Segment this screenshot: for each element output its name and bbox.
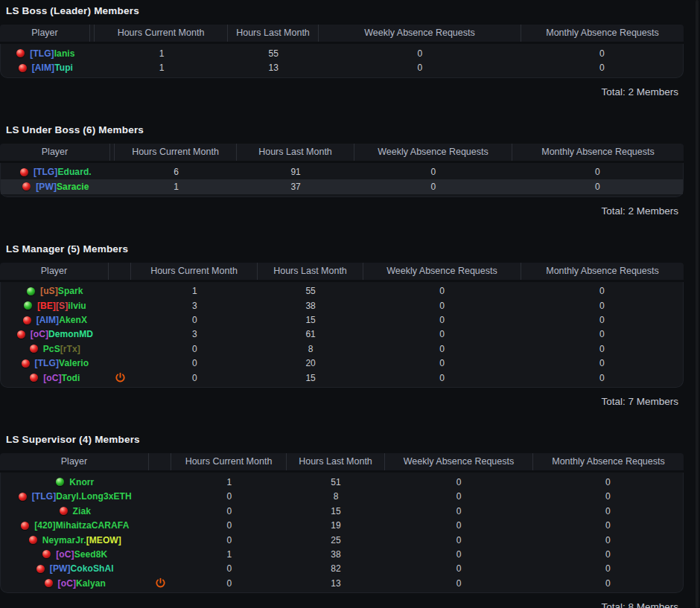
player-name: [TLG]Ianis <box>30 48 74 59</box>
value-cell: 0 <box>532 563 683 574</box>
player-name: [PW]CokoShAl <box>50 563 114 574</box>
column-header-hours-current-month: Hours Current Month <box>171 453 287 470</box>
vertical-scrollbar[interactable] <box>696 0 699 608</box>
value-cell: 25 <box>287 535 385 545</box>
player-name: [AIM]AkenX <box>36 315 87 325</box>
section-title: LS Under Boss (6) Members <box>6 124 700 135</box>
value-cell: 0 <box>532 520 683 531</box>
member-section: LS Under Boss (6) MembersPlayerHours Cur… <box>0 124 700 217</box>
player-cell: [420]MihaitzaCARAFA <box>1 520 150 531</box>
table-row: PcS[rTx]0800 <box>1 342 683 356</box>
player-name-part: DemonMD <box>48 329 93 339</box>
table-row: [420]MihaitzaCARAFA01900 <box>1 518 683 532</box>
value-cell: 0 <box>521 286 683 296</box>
value-cell: 37 <box>237 182 354 192</box>
column-header-weekly-absence-requests: Weekly Absence Requests <box>319 25 521 42</box>
status-offline-icon <box>17 330 25 339</box>
player-name-part: Eduard. <box>57 167 91 177</box>
table-row: [PW]CokoShAl08200 <box>1 562 683 576</box>
column-header-hours-current-month: Hours Current Month <box>131 263 258 280</box>
player-name-part: Knorr <box>69 477 94 487</box>
value-cell: 0 <box>172 563 287 574</box>
table-row: Ziak01500 <box>1 504 683 518</box>
player-name-part: Daryl.Long3xETH <box>56 491 132 502</box>
status-online-icon <box>24 301 32 310</box>
members-page: LS Boss (Leader) MembersPlayerHours Curr… <box>0 0 700 608</box>
table-body: [uS]Spark15500[BE][S]ilviu33800[AIM]Aken… <box>0 282 684 388</box>
player-name-part: Tupi <box>54 63 73 73</box>
column-header-hours-last-month: Hours Last Month <box>237 144 354 161</box>
members-table: PlayerHours Current MonthHours Last Mont… <box>0 263 684 388</box>
value-cell: 0 <box>363 358 521 368</box>
value-cell: 0 <box>132 344 258 354</box>
column-header-monthly-absence-requests: Monthly Absence Requests <box>512 144 684 161</box>
value-cell: 0 <box>385 535 533 545</box>
value-cell: 13 <box>287 578 385 589</box>
value-cell: 38 <box>287 549 385 560</box>
value-cell: 0 <box>172 491 287 502</box>
table-row: [oC]Todi01500 <box>1 371 683 385</box>
value-cell: 61 <box>258 329 363 339</box>
value-cell: 1 <box>95 48 229 59</box>
member-section: LS Supervisor (4) MembersPlayerHours Cur… <box>0 434 700 608</box>
player-cell: [BE][S]ilviu <box>1 301 109 311</box>
player-name: [oC]DemonMD <box>31 329 93 339</box>
player-name-part: [TLG] <box>30 48 54 59</box>
column-header-player: Player <box>0 25 90 42</box>
player-cell: PcS[rTx] <box>1 344 109 354</box>
player-name-part: [oC] <box>31 329 48 339</box>
player-name-part: [PW] <box>50 563 71 574</box>
value-cell: 1 <box>95 63 229 73</box>
value-cell: 0 <box>532 535 683 545</box>
value-cell: 0 <box>172 506 287 516</box>
column-header-weekly-absence-requests: Weekly Absence Requests <box>354 144 512 161</box>
column-header-hours-last-month: Hours Last Month <box>228 25 319 42</box>
value-cell: 51 <box>287 477 385 487</box>
player-name-part: [PW] <box>36 182 57 192</box>
player-cell: NeymarJr.[MEOW] <box>1 535 150 545</box>
column-header-player: Player <box>0 144 110 161</box>
power-icon[interactable] <box>155 577 166 589</box>
status-online-icon <box>56 478 64 486</box>
value-cell: 0 <box>385 506 533 516</box>
player-name-part: [420]MihaitzaCARAFA <box>34 520 129 531</box>
column-header-monthly-absence-requests: Monthly Absence Requests <box>533 453 684 470</box>
player-name: [BE][S]ilviu <box>37 301 86 311</box>
player-cell: [TLG]Eduard. <box>1 167 111 177</box>
value-cell: 0 <box>385 491 533 502</box>
value-cell: 0 <box>521 315 683 325</box>
value-cell: 0 <box>172 535 287 545</box>
player-cell: [AIM]AkenX <box>1 315 109 325</box>
status-offline-icon <box>30 374 38 382</box>
value-cell: 0 <box>172 520 287 531</box>
player-cell: [TLG]Valerio <box>1 358 109 368</box>
player-name: Knorr <box>69 477 94 487</box>
status-offline-icon <box>23 316 31 324</box>
player-name: [TLG]Daryl.Long3xETH <box>32 491 132 502</box>
value-cell: 0 <box>363 286 521 296</box>
player-name-part: ilviu <box>68 301 86 311</box>
value-cell: 0 <box>354 182 512 192</box>
table-body: [TLG]Eduard.69100[PW]Saracie13700 <box>0 163 684 197</box>
table-row: [uS]Spark15500 <box>1 284 683 298</box>
player-name: [uS]Spark <box>40 286 83 296</box>
table-header-row: PlayerHours Current MonthHours Last Mont… <box>0 263 684 280</box>
column-header-hours-last-month: Hours Last Month <box>287 453 385 470</box>
member-section: LS Boss (Leader) MembersPlayerHours Curr… <box>0 5 700 97</box>
table-row: [TLG]Daryl.Long3xETH0800 <box>1 490 683 504</box>
player-name-part: [MEOW] <box>86 535 121 545</box>
player-name: PcS[rTx] <box>43 344 80 354</box>
power-icon[interactable] <box>115 372 126 383</box>
value-cell: 0 <box>363 329 521 339</box>
player-name-part: [oC] <box>58 578 76 589</box>
members-table: PlayerHours Current MonthHours Last Mont… <box>0 144 684 197</box>
player-cell: Ziak <box>1 506 150 516</box>
player-name-part: [TLG] <box>35 358 60 368</box>
value-cell: 0 <box>132 358 258 368</box>
player-name-part: Seed8K <box>74 549 108 560</box>
value-cell: 0 <box>521 301 683 311</box>
column-header-monthly-absence-requests: Monthly Absence Requests <box>521 263 684 280</box>
value-cell: 0 <box>363 373 521 383</box>
table-row: [PW]Saracie13700 <box>1 179 683 193</box>
player-name-part: [oC] <box>43 373 61 383</box>
